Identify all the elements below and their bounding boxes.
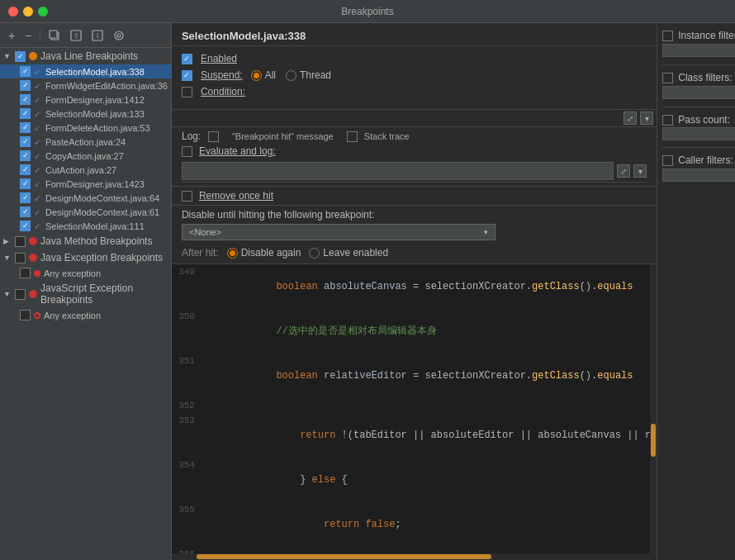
item-sel133-checkbox[interactable] (20, 108, 31, 119)
suspend-all[interactable]: All (251, 69, 276, 81)
tree-item-cut27[interactable]: ✓ CutAction.java:27 (0, 163, 171, 177)
log-section: Log: "Breakpoint hit" message Stack trac… (172, 127, 657, 187)
minimize-button[interactable] (23, 7, 33, 17)
line-content-350: //选中的是否是相对布局编辑器本身 (202, 309, 657, 354)
group-java-method-header[interactable]: ▶ Java Method Breakpoints (0, 233, 171, 249)
line-num-354: 354 (172, 458, 202, 502)
add-button[interactable]: + (5, 28, 18, 43)
tree-item-formdelete53[interactable]: ✓ FormDeleteAction.java:53 (0, 121, 171, 135)
item-formdelete53-checkbox[interactable] (20, 122, 31, 133)
item-any-exc-js-label: Any exception (44, 311, 101, 320)
group-java-line-checkbox[interactable] (15, 51, 26, 62)
item-form36-checkbox[interactable] (20, 80, 31, 91)
item-paste24-checkbox[interactable] (20, 136, 31, 147)
tree-item-form36[interactable]: ✓ FormWidgetEditAction.java:36 (0, 78, 171, 93)
suspend-checkbox[interactable] (182, 70, 192, 81)
caller-filter-checkbox[interactable] (662, 155, 673, 166)
line-content-351: boolean relativeEditor = selectionXCreat… (202, 354, 657, 398)
svg-text:⇧: ⇧ (74, 32, 79, 40)
item-formdes1412-checkbox[interactable] (20, 94, 31, 105)
pass-count-checkbox[interactable] (662, 115, 673, 126)
item-cut27-checkbox[interactable] (20, 164, 31, 175)
code-scrollbar-thumb (651, 424, 656, 457)
group-java-exception-header[interactable]: ▼ Java Exception Breakpoints (0, 249, 171, 266)
item-formdelete53-label: FormDeleteAction.java:53 (45, 123, 150, 133)
tree-item-sel133[interactable]: ✓ SelectionModel.java:133 (0, 107, 171, 121)
filter-sep-2 (662, 107, 735, 107)
item-copy27-checkbox[interactable] (20, 150, 31, 161)
item-design61-checkbox[interactable] (20, 206, 31, 217)
class-filter-input[interactable] (662, 86, 735, 99)
pass-count-input[interactable] (662, 127, 735, 140)
suspend-all-radio (251, 70, 262, 81)
class-filter-checkbox[interactable] (662, 73, 673, 83)
disable-dropdown[interactable]: <None> ▾ (182, 224, 496, 240)
instance-filter-input[interactable] (662, 44, 735, 57)
item-design64-checkbox[interactable] (20, 192, 31, 203)
expand-evaluate-btn[interactable]: ⤢ (617, 164, 630, 178)
tree-item-any-exc[interactable]: Any exception (0, 266, 171, 280)
group-java-line: ▼ Java Line Breakpoints ✓ SelectionModel… (0, 48, 171, 233)
group-js-exception-checkbox[interactable] (15, 289, 26, 300)
expand-arrow-java-line: ▼ (3, 52, 12, 60)
item-copy27-dot: ✓ (34, 152, 42, 160)
group-java-line-header[interactable]: ▼ Java Line Breakpoints (0, 48, 171, 64)
caller-filter-input[interactable] (662, 168, 735, 182)
suspend-thread[interactable]: Thread (286, 69, 331, 81)
pass-count-row: Pass count: (662, 114, 735, 140)
item-formdes1412-label: FormDesigner.java:1412 (45, 95, 145, 105)
tree-item-design61[interactable]: ✓ DesignModeContext.java:61 (0, 205, 171, 219)
remove-once-checkbox[interactable] (182, 191, 192, 202)
group-java-method-checkbox[interactable] (15, 236, 26, 247)
group-java-exception-checkbox[interactable] (15, 253, 26, 263)
tree-item-sel111[interactable]: ✓ SelectionModel.java:111 (0, 219, 171, 233)
instance-filter-checkbox[interactable] (662, 31, 673, 41)
title-bar: Breakpoints (0, 0, 735, 23)
close-button[interactable] (8, 7, 18, 17)
condition-checkbox[interactable] (182, 87, 192, 97)
condition-row: Condition: (182, 86, 647, 97)
import-button[interactable]: ⇩ (88, 28, 107, 43)
after-hit-disable[interactable]: Disable again (227, 247, 301, 259)
line-num-352: 352 (172, 398, 202, 413)
java-line-icon (29, 52, 37, 60)
item-any-exc-js-checkbox[interactable] (20, 310, 31, 320)
line-num-355: 355 (172, 502, 202, 547)
line-content-349: boolean absoluteCanvas = selectionXCreat… (202, 264, 657, 309)
caller-filter-input-row: 📁 (662, 168, 735, 183)
tree-item-formdes1412[interactable]: ✓ FormDesigner.java:1412 (0, 93, 171, 107)
stack-trace-checkbox[interactable] (347, 131, 358, 142)
instance-filter-label: Instance filters: (678, 30, 735, 41)
item-sel133-dot: ✓ (34, 110, 42, 118)
item-formdes1423-checkbox[interactable] (20, 178, 31, 189)
suspend-all-label: All (265, 69, 276, 81)
export-button[interactable]: ⇧ (67, 28, 85, 43)
code-area[interactable]: 349 boolean absoluteCanvas = selectionXC… (172, 264, 657, 553)
enabled-checkbox[interactable] (182, 54, 192, 64)
code-scrollbar-v[interactable] (650, 264, 657, 553)
svg-point-6 (115, 31, 123, 40)
expand-condition-btn[interactable]: ⤢ (624, 112, 637, 125)
code-scrollbar-h[interactable] (172, 553, 657, 560)
tree-item-paste24[interactable]: ✓ PasteAction.java:24 (0, 135, 171, 149)
window-controls[interactable] (8, 7, 48, 17)
item-any-exc-checkbox[interactable] (20, 268, 31, 278)
tree-item-design64[interactable]: ✓ DesignModeContext.java:64 (0, 191, 171, 205)
copy-button[interactable] (45, 28, 64, 43)
evaluate-dropdown-btn[interactable]: ▾ (633, 164, 647, 178)
item-sel338-checkbox[interactable] (20, 66, 31, 77)
item-sel111-checkbox[interactable] (20, 221, 31, 231)
tree-item-copy27[interactable]: ✓ CopyAction.java:27 (0, 149, 171, 163)
tree-item-formdes1423[interactable]: ✓ FormDesigner.java:1423 (0, 177, 171, 191)
condition-dropdown-btn[interactable]: ▾ (640, 112, 653, 125)
maximize-button[interactable] (38, 7, 48, 17)
breakpoint-hit-checkbox[interactable] (208, 131, 219, 142)
item-sel338-label: SelectionModel.java:338 (45, 67, 145, 77)
tree-item-sel338[interactable]: ✓ SelectionModel.java:338 (0, 64, 171, 78)
after-hit-leave[interactable]: Leave enabled (309, 247, 388, 259)
settings-button[interactable] (110, 28, 128, 43)
evaluate-checkbox[interactable] (182, 146, 192, 157)
tree-item-any-exc-js[interactable]: Any exception (0, 308, 171, 322)
group-js-exception-header[interactable]: ▼ JavaScript Exception Breakpoints (0, 280, 171, 308)
remove-button[interactable]: − (21, 28, 35, 43)
